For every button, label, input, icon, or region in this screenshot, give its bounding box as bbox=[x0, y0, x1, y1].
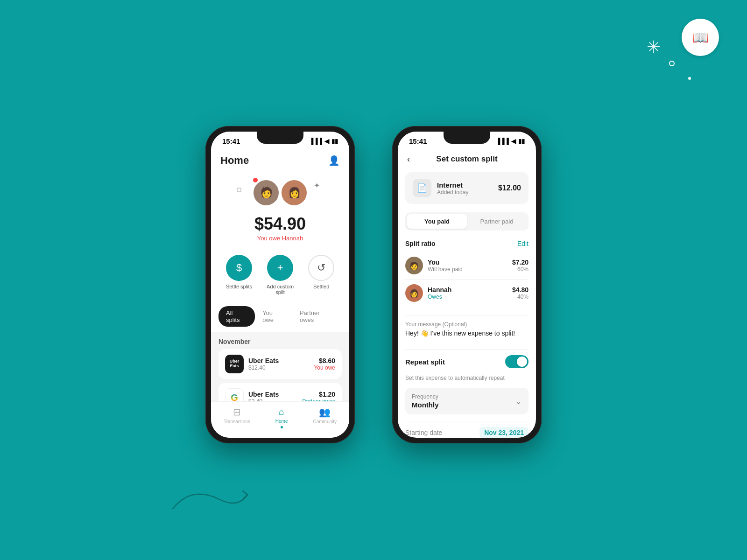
balance-label: You owe Hannah bbox=[211, 235, 349, 242]
dot-decoration bbox=[688, 77, 691, 80]
hannah-info: Hannah Owes bbox=[428, 286, 507, 300]
frequency-value: Monthly bbox=[412, 401, 439, 409]
you-paid-option[interactable]: You paid bbox=[407, 214, 467, 229]
partner-paid-option[interactable]: Partner paid bbox=[467, 214, 527, 229]
hannah-percent: 40% bbox=[512, 294, 529, 300]
frequency-label: Frequency bbox=[412, 393, 439, 400]
nav-community[interactable]: 👥 Community bbox=[313, 406, 337, 428]
home-active-dot bbox=[281, 426, 283, 428]
bottom-nav: ⊟ Transactions ⌂ Home 👥 Community bbox=[211, 401, 349, 438]
expense-icon: 📄 bbox=[413, 179, 431, 197]
back-button[interactable]: ‹ bbox=[407, 154, 410, 164]
online-indicator bbox=[253, 178, 258, 182]
right-wifi-icon: ◀ bbox=[511, 138, 516, 145]
nav-home[interactable]: ⌂ Home bbox=[275, 406, 288, 428]
tab-partner-owes[interactable]: Partner owes bbox=[292, 306, 342, 327]
profile-icon[interactable]: 👤 bbox=[328, 155, 340, 166]
settle-splits-button[interactable]: $ Settle splits bbox=[226, 255, 252, 295]
edit-split-button[interactable]: Edit bbox=[517, 240, 529, 247]
toggle-knob bbox=[517, 357, 527, 367]
tab-you-owe[interactable]: You owe bbox=[255, 306, 292, 327]
left-time: 15:41 bbox=[222, 137, 240, 145]
split-ratio-label: Split ratio bbox=[405, 240, 436, 247]
left-phone: 15:41 ▐▐▐ ◀ ▮▮ Home 👤 🧑 👩 ✦ bbox=[205, 126, 355, 443]
transactions-icon: ⊟ bbox=[233, 406, 241, 418]
you-percent: 60% bbox=[512, 266, 529, 273]
repeat-split-label: Repeat split bbox=[405, 358, 445, 366]
message-label: Your message (Optional) bbox=[405, 321, 529, 328]
tx-name-uber1: Uber Eats bbox=[248, 357, 309, 364]
expense-date: Added today bbox=[437, 189, 493, 196]
right-phone-screen: 15:41 ▐▐▐ ◀ ▮▮ ‹ Set custom split 📄 Inte… bbox=[398, 132, 536, 438]
nav-transactions-label: Transactions bbox=[224, 419, 250, 424]
tab-all-splits[interactable]: All splits bbox=[218, 306, 255, 327]
you-info: You Will have paid bbox=[428, 259, 507, 273]
notch-left bbox=[257, 132, 303, 144]
tx-name-uber2: Uber Eats bbox=[248, 391, 297, 398]
nav-home-label: Home bbox=[275, 419, 288, 424]
tx-info-uber1: Uber Eats $12.40 bbox=[248, 357, 309, 371]
split-ratio-header: Split ratio Edit bbox=[405, 240, 529, 247]
message-section: Your message (Optional) Hey! 👋 I've this… bbox=[405, 315, 529, 343]
expense-info: Internet Added today bbox=[437, 181, 493, 196]
you-amounts: $7.20 60% bbox=[512, 259, 529, 273]
tx-right-uber2: $1.20 Partner owes bbox=[302, 391, 335, 401]
you-name: You bbox=[428, 259, 507, 266]
partner-avatar: 👩 bbox=[280, 179, 308, 207]
right-battery-icon: ▮▮ bbox=[518, 138, 525, 145]
tx-right-uber1: $8.60 You owe bbox=[314, 357, 335, 371]
table-row[interactable]: UberEats Uber Eats $12.40 $8.60 You owe bbox=[218, 349, 342, 379]
expense-name: Internet bbox=[437, 181, 493, 189]
split-person-you: 🧑 You Will have paid $7.20 60% bbox=[405, 252, 529, 280]
hannah-name: Hannah bbox=[428, 286, 507, 294]
transactions-area: November UberEats Uber Eats $12.40 $8.60… bbox=[211, 332, 349, 401]
nav-community-label: Community bbox=[313, 419, 337, 424]
left-status-icons: ▐▐▐ ◀ ▮▮ bbox=[309, 138, 338, 145]
book-icon: 📖 bbox=[692, 30, 709, 45]
tx-original-uber2: $2.40 bbox=[248, 398, 297, 401]
right-phone: 15:41 ▐▐▐ ◀ ▮▮ ‹ Set custom split 📄 Inte… bbox=[392, 126, 542, 443]
uber-eats-logo: UberEats bbox=[225, 355, 244, 373]
frequency-section[interactable]: Frequency Monthly ⌄ bbox=[405, 388, 529, 414]
settle-splits-label: Settle splits bbox=[226, 284, 252, 289]
nav-transactions[interactable]: ⊟ Transactions bbox=[224, 406, 250, 428]
tx-info-uber2: Uber Eats $2.40 bbox=[248, 391, 297, 401]
hannah-avatar: 👩 bbox=[405, 284, 423, 302]
add-custom-split-button[interactable]: + Add custom split bbox=[266, 255, 294, 295]
repeat-toggle[interactable] bbox=[505, 355, 529, 368]
hannah-status: Owes bbox=[428, 294, 507, 300]
starting-date-section: Starting date Nov 23, 2021 bbox=[405, 421, 529, 438]
home-icon: ⌂ bbox=[279, 406, 284, 417]
you-avatar: 🧑 bbox=[405, 257, 423, 274]
settled-button[interactable]: ↺ Settled bbox=[308, 255, 334, 295]
expense-amount: $12.00 bbox=[498, 184, 521, 192]
add-custom-split-label: Add custom split bbox=[266, 284, 294, 295]
phones-container: 15:41 ▐▐▐ ◀ ▮▮ Home 👤 🧑 👩 ✦ bbox=[205, 126, 542, 443]
expense-card: 📄 Internet Added today $12.00 bbox=[405, 172, 529, 204]
settled-label: Settled bbox=[313, 284, 329, 289]
arrow-decoration bbox=[163, 481, 257, 518]
home-header: Home 👤 bbox=[211, 148, 349, 171]
book-icon-container[interactable]: 📖 bbox=[682, 19, 719, 56]
tx-status-uber2: Partner owes bbox=[302, 398, 335, 401]
battery-icon: ▮▮ bbox=[331, 138, 338, 145]
left-phone-screen: 15:41 ▐▐▐ ◀ ▮▮ Home 👤 🧑 👩 ✦ bbox=[211, 132, 349, 438]
tx-original-uber1: $12.40 bbox=[248, 364, 309, 371]
home-title: Home bbox=[220, 154, 249, 167]
community-icon: 👥 bbox=[319, 406, 331, 418]
avatar-group: 🧑 👩 ✦ bbox=[211, 171, 349, 210]
paid-toggle: You paid Partner paid bbox=[405, 212, 529, 231]
hannah-dollars: $4.80 bbox=[512, 286, 529, 294]
right-status-icons: ▐▐▐ ◀ ▮▮ bbox=[496, 138, 525, 145]
settle-splits-icon: $ bbox=[226, 255, 252, 281]
starting-date-value[interactable]: Nov 23, 2021 bbox=[479, 427, 529, 438]
user-avatar: 🧑 bbox=[252, 179, 280, 207]
repeat-hint: Set this expense to automatically repeat bbox=[405, 375, 529, 381]
table-row[interactable]: G Uber Eats $2.40 $1.20 Partner owes bbox=[218, 383, 342, 401]
tx-status-uber1: You owe bbox=[314, 364, 335, 371]
repeat-split-section: Repeat split bbox=[405, 349, 529, 374]
you-status: Will have paid bbox=[428, 266, 507, 273]
message-text: Hey! 👋 I've this new expense to split! bbox=[405, 329, 529, 337]
detail-title: Set custom split bbox=[436, 154, 497, 164]
circle-decoration bbox=[669, 61, 675, 66]
